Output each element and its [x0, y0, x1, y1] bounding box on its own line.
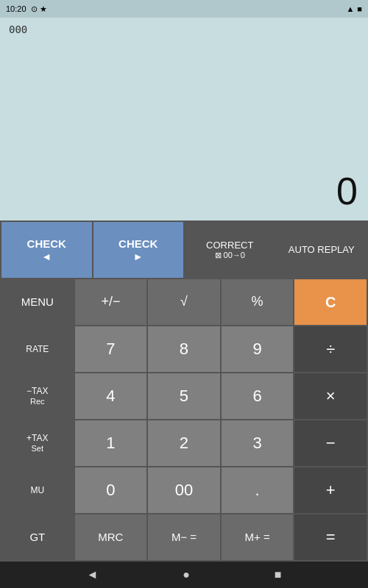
zero-button[interactable]: 0: [75, 467, 147, 513]
multiply-button[interactable]: ×: [294, 373, 367, 419]
mrc-button[interactable]: MRC: [75, 514, 147, 560]
m-plus-label: M+ =: [244, 531, 269, 544]
divide-label: ÷: [326, 340, 335, 359]
correct-label: CORRECT: [206, 240, 253, 251]
button-area: CHECK ◄ CHECK ► CORRECT ⊠ 00→0 AUTO REPL…: [0, 220, 368, 562]
status-time: 10:20: [6, 4, 26, 13]
row-zero: MU 0 00 . +: [1, 467, 367, 513]
nav-bar: ◄ ● ■: [0, 562, 368, 588]
status-left: 10:20 ⊙ ★: [6, 4, 47, 14]
double-zero-button[interactable]: 00: [148, 467, 220, 513]
five-label: 5: [180, 387, 188, 406]
mu-label: MU: [30, 485, 44, 495]
check-right-button[interactable]: CHECK ►: [93, 222, 184, 278]
two-button[interactable]: 2: [148, 420, 220, 466]
clear-button[interactable]: C: [294, 279, 367, 325]
plus-tax-label: +TAX: [26, 433, 48, 443]
menu-button[interactable]: MENU: [1, 279, 74, 325]
minus-button[interactable]: −: [294, 420, 367, 466]
gt-label: GT: [29, 531, 45, 544]
nine-button[interactable]: 9: [222, 326, 294, 372]
m-minus-label: M− =: [171, 531, 197, 544]
four-button[interactable]: 4: [75, 373, 147, 419]
check-left-label: CHECK: [27, 237, 66, 251]
battery-icon: ■: [357, 4, 362, 13]
minus-tax-sub: Rec: [30, 397, 45, 406]
plus-tax-button[interactable]: +TAX Set: [1, 420, 74, 466]
mrc-label: MRC: [98, 531, 123, 544]
two-label: 2: [180, 434, 188, 453]
five-button[interactable]: 5: [148, 373, 220, 419]
row-456: −TAX Rec 4 5 6 ×: [1, 373, 367, 419]
mu-button[interactable]: MU: [1, 467, 74, 513]
eight-label: 8: [180, 340, 188, 359]
minus-tax-button[interactable]: −TAX Rec: [1, 373, 74, 419]
nav-back-icon[interactable]: ◄: [86, 568, 98, 581]
status-bar: 10:20 ⊙ ★ ▲ ■: [0, 0, 368, 18]
m-plus-button[interactable]: M+ =: [222, 514, 294, 560]
correct-sub: ⊠ 00→0: [215, 251, 245, 260]
seven-button[interactable]: 7: [75, 326, 147, 372]
rate-label: RATE: [26, 344, 49, 354]
three-button[interactable]: 3: [222, 420, 294, 466]
plus-minus-label: +/−: [101, 294, 120, 310]
zero-label: 0: [106, 481, 115, 500]
display-area: 000 0: [0, 18, 368, 220]
control-row: CHECK ◄ CHECK ► CORRECT ⊠ 00→0 AUTO REPL…: [1, 222, 367, 278]
plus-minus-button[interactable]: +/−: [75, 279, 147, 325]
rate-button[interactable]: RATE: [1, 326, 74, 372]
minus-label: −: [326, 434, 336, 453]
menu-label: MENU: [21, 295, 54, 309]
percent-label: %: [252, 294, 263, 310]
three-label: 3: [252, 434, 261, 453]
nav-home-icon[interactable]: ●: [183, 568, 190, 581]
clear-label: C: [325, 293, 336, 311]
status-right: ▲ ■: [346, 4, 362, 13]
sqrt-label: √: [180, 294, 188, 310]
status-icons: ⊙ ★: [31, 4, 47, 14]
row-123: +TAX Set 1 2 3 −: [1, 420, 367, 466]
check-right-arrow: ►: [133, 251, 144, 263]
six-label: 6: [252, 387, 261, 406]
minus-tax-label: −TAX: [26, 386, 48, 396]
dot-label: .: [255, 481, 260, 500]
m-minus-button[interactable]: M− =: [148, 514, 220, 560]
seven-label: 7: [106, 340, 115, 359]
equals-button[interactable]: =: [294, 514, 367, 560]
percent-button[interactable]: %: [222, 279, 294, 325]
plus-tax-sub: Set: [32, 444, 44, 453]
one-label: 1: [106, 434, 115, 453]
plus-button[interactable]: +: [294, 467, 367, 513]
four-label: 4: [106, 387, 115, 406]
eight-button[interactable]: 8: [148, 326, 220, 372]
function-row: MENU +/− √ % C: [1, 279, 367, 325]
multiply-label: ×: [326, 387, 336, 406]
check-left-button[interactable]: CHECK ◄: [1, 222, 92, 278]
dot-button[interactable]: .: [222, 467, 294, 513]
auto-replay-button[interactable]: AUTO REPLAY: [277, 222, 367, 278]
divide-button[interactable]: ÷: [294, 326, 367, 372]
row-memory: GT MRC M− = M+ = =: [1, 514, 367, 560]
correct-button[interactable]: CORRECT ⊠ 00→0: [185, 222, 275, 278]
auto-replay-label: AUTO REPLAY: [289, 244, 355, 256]
row-789: RATE 7 8 9 ÷: [1, 326, 367, 372]
equals-label: =: [326, 528, 336, 547]
nav-recent-icon[interactable]: ■: [275, 568, 282, 581]
double-zero-label: 00: [175, 481, 193, 500]
six-button[interactable]: 6: [222, 373, 294, 419]
sqrt-button[interactable]: √: [148, 279, 220, 325]
check-left-arrow: ◄: [41, 251, 52, 263]
one-button[interactable]: 1: [75, 420, 147, 466]
wifi-icon: ▲: [346, 4, 354, 13]
check-right-label: CHECK: [118, 237, 158, 251]
nine-label: 9: [252, 340, 261, 359]
tape-display: 000: [9, 24, 359, 35]
plus-label: +: [326, 481, 336, 500]
gt-button[interactable]: GT: [1, 514, 74, 560]
main-display: 0: [336, 169, 358, 213]
